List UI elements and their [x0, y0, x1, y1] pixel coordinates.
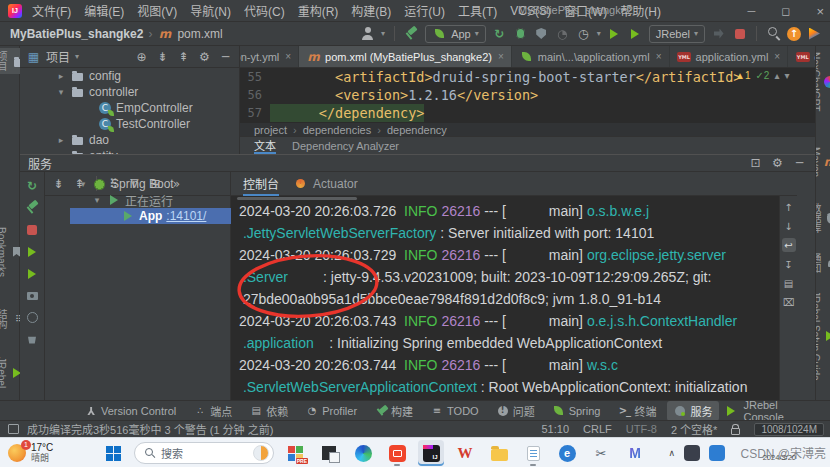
project-tree[interactable]: ▸config▾controllerEmpControllerTestContr…: [20, 68, 239, 164]
tree-row-0[interactable]: ▸config: [20, 68, 239, 84]
editor-tab-3[interactable]: application.yml×: [670, 46, 789, 68]
tray-chevron-icon[interactable]: ∧: [668, 448, 675, 458]
lock-icon[interactable]: [731, 428, 740, 435]
taskbar-app-idea[interactable]: IJ: [418, 440, 444, 466]
tool-window-button-9[interactable]: 服务: [667, 401, 719, 421]
line-separator[interactable]: CRLF: [583, 423, 612, 435]
console-tab-1[interactable]: Actuator: [293, 172, 358, 196]
scrollbar-thumb[interactable]: [237, 197, 357, 200]
jrebel-console-item[interactable]: JRebel Console: [723, 399, 830, 423]
chevron-down-icon[interactable]: ▾: [381, 29, 385, 38]
tab-close-icon[interactable]: ×: [498, 51, 504, 62]
breadcrumb-file[interactable]: pom.xml: [177, 27, 222, 41]
tree-row-2[interactable]: EmpController: [20, 100, 239, 116]
project-panel-title[interactable]: 项目: [46, 48, 70, 65]
jrebel-debug-icon[interactable]: [25, 266, 40, 281]
taskbar-app-snip[interactable]: ✂: [588, 440, 614, 466]
menu-7[interactable]: 运行(U): [404, 2, 445, 19]
tree-arrow-icon[interactable]: ▸: [56, 135, 66, 145]
tree-row-2[interactable]: App:14101/: [70, 208, 255, 224]
maximize-icon[interactable]: ◻: [781, 5, 790, 18]
soft-wrap-icon[interactable]: ↩: [782, 238, 796, 252]
tool-window-button-5[interactable]: ≡TODO: [424, 403, 486, 419]
coverage-icon[interactable]: [534, 26, 549, 41]
minimize-icon[interactable]: ─: [747, 5, 755, 17]
activity-item-1[interactable]: mMaven: [815, 143, 830, 181]
console-tab-0[interactable]: 控制台: [243, 172, 279, 196]
taskbar-app-notes[interactable]: [520, 440, 546, 466]
attach-icon[interactable]: [711, 26, 726, 41]
tray-app-icon[interactable]: [684, 445, 700, 461]
editor-tab-4[interactable]: config\a×: [788, 46, 815, 68]
tray-app2-icon[interactable]: [709, 445, 725, 461]
editor-tab-0[interactable]: ation-yt.yml×: [240, 46, 299, 68]
menu-5[interactable]: 重构(R): [298, 2, 339, 19]
tab-close-icon[interactable]: ×: [656, 51, 662, 62]
taskbar-search[interactable]: 搜索: [134, 442, 274, 464]
menu-0[interactable]: 文件(F): [32, 2, 71, 19]
taskbar-app-start[interactable]: [100, 440, 126, 466]
clear-icon[interactable]: ⌧: [782, 295, 796, 309]
collapse-all-icon[interactable]: ⇞: [176, 49, 191, 64]
menu-8[interactable]: 工具(T): [458, 2, 497, 19]
services-title[interactable]: 服务: [28, 155, 52, 172]
activity-item-0[interactable]: NexChatGPT: [815, 48, 830, 115]
xml-breadcrumb-2[interactable]: dependency: [387, 124, 447, 136]
build-icon[interactable]: [25, 200, 40, 215]
print-icon[interactable]: ▤: [782, 276, 796, 290]
search-ev-icon[interactable]: [766, 26, 781, 41]
taskbar-app-edge[interactable]: [350, 440, 376, 466]
indent-setting[interactable]: 2 个空格*: [671, 421, 717, 437]
tree-row-1[interactable]: ▾正在运行: [70, 192, 255, 208]
expand-all-icon[interactable]: ⇟: [155, 49, 170, 64]
tree-row-0[interactable]: ▾Spring Boot: [70, 176, 255, 192]
run-config-combo[interactable]: App▾: [425, 25, 486, 43]
locate-icon[interactable]: ⊕: [134, 49, 149, 64]
hide-icon[interactable]: ─: [218, 49, 233, 64]
tree-arrow-icon[interactable]: ▾: [92, 195, 102, 205]
tab-close-icon[interactable]: ×: [774, 51, 780, 62]
taskbar-app-m-app[interactable]: M: [622, 440, 648, 466]
activity-item-4[interactable]: JRebel Setup Guide: [815, 287, 830, 385]
updates-icon[interactable]: ↑: [787, 27, 801, 41]
service-port-link[interactable]: :14101/: [166, 209, 206, 223]
breadcrumb-project[interactable]: MyBatiePlus_shangke2: [10, 27, 143, 41]
stop-icon[interactable]: [732, 26, 747, 41]
file-encoding[interactable]: UTF-8: [626, 423, 657, 435]
rerun-icon[interactable]: ↻: [492, 26, 507, 41]
xml-breadcrumb-0[interactable]: project: [254, 124, 287, 136]
float-icon[interactable]: ⊡: [748, 156, 763, 171]
tool-window-button-1[interactable]: ∴端点: [187, 401, 239, 421]
tool-window-button-7[interactable]: Spring: [546, 403, 608, 419]
editor-view-tab-0[interactable]: 文本: [254, 137, 276, 154]
debug-icon[interactable]: [513, 26, 528, 41]
taskbar-app-wps[interactable]: W: [452, 440, 478, 466]
taskbar-app-app-pre[interactable]: PRE: [282, 440, 308, 466]
menu-1[interactable]: 编辑(E): [84, 2, 124, 19]
snapshot-icon[interactable]: [25, 310, 40, 325]
menu-4[interactable]: 代码(C): [244, 2, 285, 19]
weather-widget[interactable]: 1 17°C 晴朗: [8, 443, 53, 463]
status-message[interactable]: 成功编译完成3秒516毫秒中 3 个警告 (1 分钟 之前): [27, 421, 273, 437]
up-icon[interactable]: ↑: [782, 200, 796, 214]
stop-icon[interactable]: [25, 222, 40, 237]
run-config-combo[interactable]: JRebel▾: [649, 25, 705, 43]
tree-arrow-icon[interactable]: ▾: [56, 87, 66, 97]
tool-window-button-3[interactable]: ◔Profiler: [299, 403, 364, 419]
down-icon[interactable]: ↓: [782, 219, 796, 233]
tree-row-1[interactable]: ▾controller: [20, 84, 239, 100]
user-icon[interactable]: [360, 26, 375, 41]
taskbar-app-layers[interactable]: [316, 440, 342, 466]
taskbar-app-e-browser[interactable]: e: [554, 440, 580, 466]
activity-item-3[interactable]: 通知: [815, 249, 830, 277]
console-log[interactable]: 2024-03-20 20:26:03.726 INFO 26216 --- […: [231, 196, 797, 400]
scroll-end-icon[interactable]: ↧: [782, 257, 796, 271]
xml-breadcrumb-1[interactable]: dependencies: [303, 124, 372, 136]
jrebel-debug-icon[interactable]: [628, 26, 643, 41]
rerun-icon[interactable]: ↻: [25, 178, 40, 193]
tool-window-button-6[interactable]: 问题: [490, 401, 542, 421]
taskbar-app-explorer[interactable]: [486, 440, 512, 466]
close-icon[interactable]: ×: [816, 4, 824, 19]
chevron-down-icon[interactable]: ▾: [597, 29, 601, 38]
editor-tab-2[interactable]: main\...\application.yml×: [512, 46, 670, 68]
